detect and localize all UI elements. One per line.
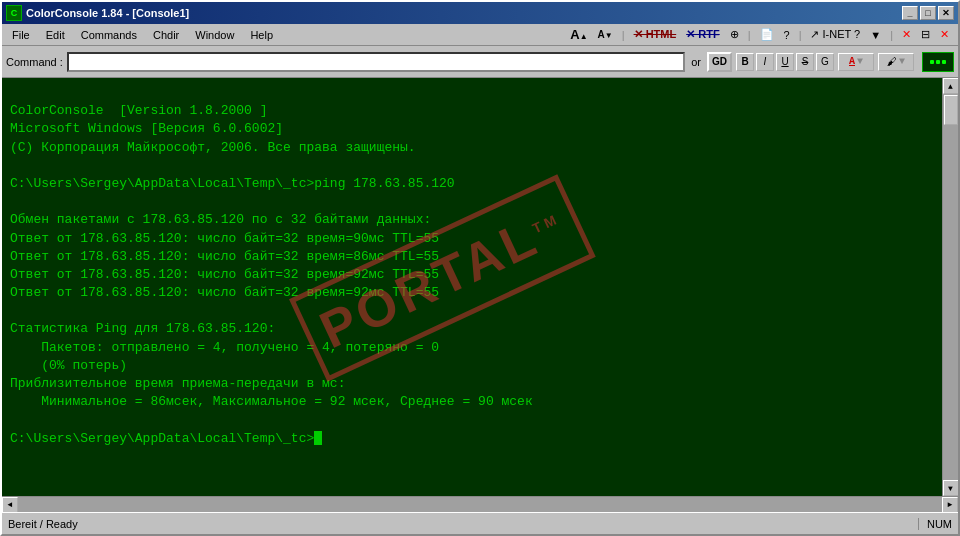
- cursor: [314, 431, 322, 445]
- separator1: |: [622, 29, 625, 41]
- separator2: |: [748, 29, 751, 41]
- scroll-thumb-v[interactable]: [944, 95, 958, 125]
- menubar-toolbar: A▲ A▼ | ✕ HTML ✕ RTF ⊕ | 📄 ? | ↗ I-NET ?…: [567, 26, 952, 43]
- app-icon: C: [6, 5, 22, 21]
- inet-dropdown-icon[interactable]: ▼: [867, 28, 884, 42]
- scroll-track-h[interactable]: [18, 497, 942, 513]
- scroll-down-button[interactable]: ▼: [943, 480, 959, 496]
- menubar: File Edit Commands Chdir Window Help A▲ …: [2, 24, 958, 46]
- maximize-button[interactable]: □: [920, 6, 936, 20]
- kbd-dot3: [942, 60, 946, 64]
- minimize-icon[interactable]: ⊟: [918, 27, 933, 42]
- gd-button[interactable]: GD: [707, 52, 732, 72]
- inet-button[interactable]: ↗ I-NET ?: [807, 27, 863, 42]
- status-text: Bereit / Ready: [8, 518, 918, 530]
- menu-file[interactable]: File: [4, 27, 38, 43]
- scrollbar-horizontal: ◄ ►: [2, 496, 958, 512]
- or-text: or: [691, 56, 701, 68]
- scroll-area: PORTALTM ColorConsole [Version 1.8.2000 …: [2, 78, 958, 496]
- brush-dropdown-icon: ▼: [899, 56, 905, 67]
- font-increase-icon[interactable]: A▲: [567, 26, 590, 43]
- font-decrease-icon[interactable]: A▼: [595, 28, 616, 41]
- kbd-dot1: [930, 60, 934, 64]
- menu-chdir[interactable]: Chdir: [145, 27, 187, 43]
- console-area[interactable]: PORTALTM ColorConsole [Version 1.8.2000 …: [2, 78, 942, 496]
- console-output: ColorConsole [Version 1.8.2000 ] Microso…: [10, 84, 934, 466]
- bold-button[interactable]: B: [736, 53, 754, 71]
- close-button[interactable]: ✕: [938, 6, 954, 20]
- gem-icon[interactable]: ⊕: [727, 27, 742, 42]
- window-controls: _ □ ✕: [902, 6, 954, 20]
- close2-icon[interactable]: ✕: [937, 27, 952, 42]
- brush-button[interactable]: 🖌 ▼: [878, 53, 914, 71]
- close-icon[interactable]: ✕: [899, 27, 914, 42]
- scroll-up-button[interactable]: ▲: [943, 78, 959, 94]
- superscript-button[interactable]: G: [816, 53, 834, 71]
- menu-commands[interactable]: Commands: [73, 27, 145, 43]
- underline-button[interactable]: U: [776, 53, 794, 71]
- scroll-right-button[interactable]: ►: [942, 497, 958, 513]
- keyboard-icon[interactable]: [922, 52, 954, 72]
- window-title: ColorConsole 1.84 - [Console1]: [26, 7, 902, 19]
- kbd-dot2: [936, 60, 940, 64]
- font-color-label: A: [849, 56, 855, 67]
- html-button[interactable]: ✕ HTML: [631, 27, 680, 42]
- separator3: |: [799, 29, 802, 41]
- font-color-button[interactable]: A ▼: [838, 53, 874, 71]
- scrollbar-vertical: ▲ ▼: [942, 78, 958, 496]
- brush-icon: 🖌: [887, 56, 897, 68]
- menu-help[interactable]: Help: [242, 27, 281, 43]
- scroll-track-v[interactable]: [943, 94, 959, 480]
- command-toolbar: Command : or GD B I U S G A ▼ 🖌 ▼: [2, 46, 958, 78]
- color-dropdown-icon: ▼: [857, 56, 863, 67]
- rtf-button[interactable]: ✕ RTF: [683, 27, 722, 42]
- command-label: Command :: [6, 56, 63, 68]
- minimize-button[interactable]: _: [902, 6, 918, 20]
- new-doc-icon[interactable]: 📄: [757, 27, 777, 42]
- italic-button[interactable]: I: [756, 53, 774, 71]
- command-input[interactable]: [67, 52, 685, 72]
- titlebar: C ColorConsole 1.84 - [Console1] _ □ ✕: [2, 2, 958, 24]
- format-buttons: B I U S G: [736, 53, 834, 71]
- menu-edit[interactable]: Edit: [38, 27, 73, 43]
- num-lock-indicator: NUM: [918, 518, 952, 530]
- strikethrough-button[interactable]: S: [796, 53, 814, 71]
- separator4: |: [890, 29, 893, 41]
- scroll-left-button[interactable]: ◄: [2, 497, 18, 513]
- statusbar: Bereit / Ready NUM: [2, 512, 958, 534]
- main-window: C ColorConsole 1.84 - [Console1] _ □ ✕ F…: [0, 0, 960, 536]
- help-icon[interactable]: ?: [781, 28, 793, 42]
- menu-window[interactable]: Window: [187, 27, 242, 43]
- content-wrapper: PORTALTM ColorConsole [Version 1.8.2000 …: [2, 78, 958, 512]
